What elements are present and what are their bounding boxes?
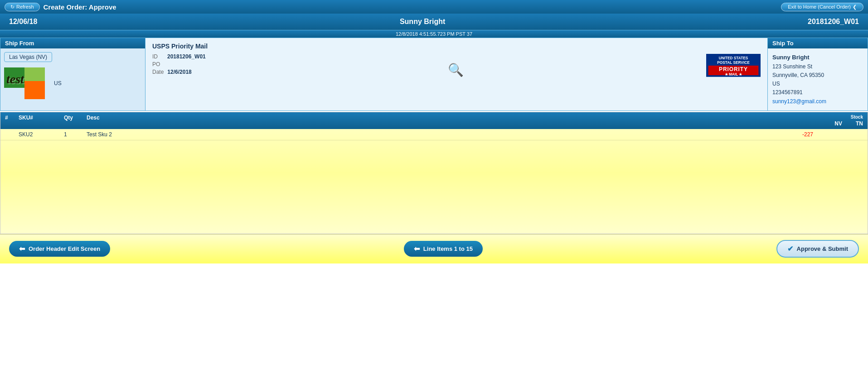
location-tab: Las Vegas (NV) bbox=[4, 52, 52, 62]
date-value: 12/6/2018 bbox=[167, 69, 191, 75]
timestamp-bar: 12/8/2018 4:51:55.723 PM PST 37 bbox=[0, 30, 868, 38]
refresh-icon: ↻ bbox=[10, 4, 15, 10]
col-sku: SKU# bbox=[19, 115, 64, 127]
order-id: 20181206_W01 bbox=[808, 18, 859, 26]
col-tn: TN bbox=[856, 120, 863, 127]
line-items-button[interactable]: ⬅ Line Items 1 to 15 bbox=[404, 241, 483, 257]
recipient-country: US bbox=[772, 80, 863, 88]
detail-row-po: PO bbox=[152, 61, 206, 67]
shipping-details: ID 20181206_W01 PO Date 12/6/2018 🔍 bbox=[152, 53, 761, 77]
check-icon: ✔ bbox=[787, 244, 793, 253]
svg-text:UNITED STATES: UNITED STATES bbox=[719, 56, 748, 60]
recipient-email: sunny123@gmail.com bbox=[772, 97, 863, 106]
back-header-button[interactable]: ⬅ Order Header Edit Screen bbox=[9, 241, 110, 257]
svg-text:POSTAL SERVICE: POSTAL SERVICE bbox=[717, 60, 750, 65]
row-tn-stock bbox=[827, 131, 863, 138]
row-num bbox=[5, 131, 19, 138]
order-date: 12/06/18 bbox=[9, 18, 37, 26]
arrow-left-icon: ⬅ bbox=[19, 244, 25, 253]
approve-label: Approve & Submit bbox=[797, 245, 848, 252]
date-label: Date bbox=[152, 69, 164, 75]
ship-to-panel: Ship To Sunny Bright 123 Sunshine St Sun… bbox=[768, 38, 868, 110]
col-nv: NV bbox=[834, 120, 842, 127]
stock-cols: NV TN bbox=[834, 120, 863, 127]
line-items-label: Line Items 1 to 15 bbox=[423, 245, 473, 252]
approve-submit-button[interactable]: ✔ Approve & Submit bbox=[776, 240, 859, 258]
col-qty: Qty bbox=[64, 115, 87, 127]
arrow-left-icon-2: ⬅ bbox=[414, 244, 420, 253]
detail-row-id: ID 20181206_W01 bbox=[152, 53, 206, 60]
row-nv-stock: -227 bbox=[790, 131, 827, 138]
logo-area: test US bbox=[4, 66, 141, 101]
shipping-method: USPS Priority Mail bbox=[152, 43, 761, 50]
usps-logo-svg: UNITED STATES POSTAL SERVICE PRIORITY ★ … bbox=[706, 54, 761, 77]
bottom-bar: ⬅ Order Header Edit Screen ⬅ Line Items … bbox=[0, 234, 868, 263]
shipping-details-left: ID 20181206_W01 PO Date 12/6/2018 bbox=[152, 53, 206, 77]
refresh-button[interactable]: ↻ Refresh bbox=[5, 3, 40, 11]
row-qty: 1 bbox=[64, 131, 87, 138]
ship-from-panel: Ship From Las Vegas (NV) test US bbox=[0, 38, 145, 110]
doc-icon-area: 🔍 bbox=[219, 53, 693, 77]
top-bar: ↻ Refresh Create Order: Approve Exit to … bbox=[0, 0, 868, 14]
document-search-icon[interactable]: 🔍 bbox=[448, 62, 464, 77]
ship-section: Ship From Las Vegas (NV) test US USPS Pr… bbox=[0, 38, 868, 111]
ship-to-header: Ship To bbox=[768, 38, 868, 48]
back-header-label: Order Header Edit Screen bbox=[29, 245, 100, 252]
stock-label: Stock bbox=[851, 115, 863, 120]
id-label: ID bbox=[152, 53, 164, 60]
usps-logo-area: UNITED STATES POSTAL SERVICE PRIORITY ★ … bbox=[706, 53, 761, 77]
row-sku: SKU2 bbox=[19, 131, 64, 138]
ship-from-header: Ship From bbox=[0, 38, 145, 48]
col-desc: Desc bbox=[87, 115, 790, 127]
company-logo: test bbox=[4, 67, 45, 99]
table-header: # SKU# Qty Desc Stock NV TN bbox=[0, 112, 868, 129]
col-stock-header: Stock NV TN bbox=[790, 115, 863, 127]
shipping-middle-panel: USPS Priority Mail ID 20181206_W01 PO Da… bbox=[145, 38, 768, 110]
ship-from-country: US bbox=[54, 80, 62, 86]
exit-label: Exit to Home (Cancel Order) bbox=[788, 4, 851, 10]
svg-text:PRIORITY: PRIORITY bbox=[719, 66, 748, 72]
chevron-left-icon: ❮ bbox=[853, 4, 857, 10]
exit-button[interactable]: Exit to Home (Cancel Order) ❮ bbox=[781, 3, 863, 11]
ship-from-content: Las Vegas (NV) test US bbox=[0, 48, 145, 105]
id-value: 20181206_W01 bbox=[167, 53, 206, 60]
svg-text:★ MAIL ★: ★ MAIL ★ bbox=[725, 72, 743, 77]
refresh-label: Refresh bbox=[16, 4, 34, 10]
po-label: PO bbox=[152, 61, 164, 67]
recipient-phone: 1234567891 bbox=[772, 88, 863, 97]
customer-name: Sunny Bright bbox=[400, 18, 445, 26]
col-num: # bbox=[5, 115, 19, 127]
timestamp: 12/8/2018 4:51:55.723 PM PST 37 bbox=[396, 31, 472, 37]
table-section: # SKU# Qty Desc Stock NV TN SKU2 1 Test … bbox=[0, 112, 868, 234]
recipient-city-state: Sunnyville, CA 95350 bbox=[772, 71, 863, 80]
row-desc: Test Sku 2 bbox=[87, 131, 790, 138]
info-bar: 12/06/18 Sunny Bright 20181206_W01 bbox=[0, 14, 868, 30]
recipient-name: Sunny Bright bbox=[772, 53, 863, 62]
ship-to-content: Sunny Bright 123 Sunshine St Sunnyville,… bbox=[768, 48, 868, 110]
table-row: SKU2 1 Test Sku 2 -227 bbox=[0, 129, 868, 140]
recipient-address1: 123 Sunshine St bbox=[772, 62, 863, 71]
detail-row-date: Date 12/6/2018 bbox=[152, 69, 206, 75]
page-title: Create Order: Approve bbox=[44, 3, 116, 11]
